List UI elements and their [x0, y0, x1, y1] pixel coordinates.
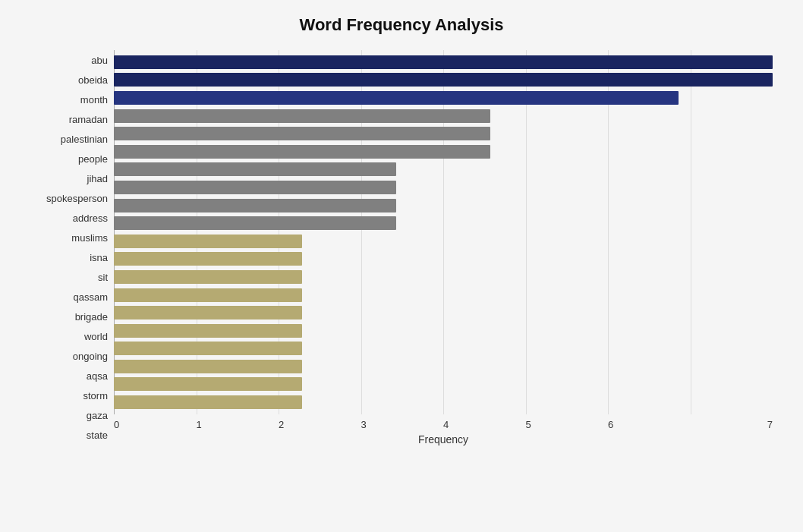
bar [114, 288, 302, 302]
x-tick: 2 [279, 419, 361, 430]
bar-row [114, 395, 773, 410]
bars-grid [114, 50, 773, 414]
bar [114, 162, 396, 176]
y-axis-labels: abuobeidamonthramadanpalestinianpeopleji… [30, 50, 114, 445]
bar-row [114, 144, 773, 159]
bar [114, 199, 396, 212]
bar [114, 73, 773, 87]
y-label: obeida [30, 75, 108, 85]
bar-row [114, 126, 773, 141]
bar-row [114, 341, 773, 356]
y-label: palestinian [30, 134, 108, 144]
bar [114, 342, 302, 355]
bar [114, 109, 490, 123]
y-label: jihad [30, 174, 108, 184]
bar [114, 270, 302, 284]
bar-row [114, 359, 773, 374]
bar-row [114, 216, 773, 231]
bar-row [114, 180, 773, 195]
bar [114, 252, 302, 266]
y-label: month [30, 95, 108, 105]
y-label: isna [30, 253, 108, 263]
y-label: ramadan [30, 115, 108, 124]
y-label: storm [30, 391, 108, 401]
bar [114, 324, 302, 338]
y-label: gaza [30, 411, 108, 420]
bar-row [114, 72, 773, 87]
bar [114, 145, 490, 159]
bar-row [114, 109, 773, 124]
y-label: abu [30, 55, 108, 65]
y-label: people [30, 154, 108, 164]
bar-row [114, 90, 773, 105]
y-label: state [30, 430, 108, 440]
y-label: address [30, 213, 108, 223]
bar-row [114, 305, 773, 320]
bar-row [114, 323, 773, 338]
x-tick: 4 [443, 419, 526, 430]
bar-row [114, 251, 773, 266]
bar [114, 377, 302, 391]
bar [114, 235, 302, 248]
bar [114, 55, 773, 69]
x-axis: 01234567 [114, 414, 773, 430]
y-label: aqsa [30, 371, 108, 381]
bar [114, 306, 302, 320]
x-tick: 1 [197, 419, 279, 430]
y-label: qassam [30, 292, 108, 302]
y-label: ongoing [30, 351, 108, 361]
y-label: muslims [30, 233, 108, 243]
y-label: spokesperson [30, 194, 108, 203]
bar-row [114, 376, 773, 392]
bars-and-x: 01234567 Frequency [114, 50, 773, 445]
x-axis-label: Frequency [114, 433, 773, 445]
bar-row [114, 198, 773, 213]
x-tick: 6 [608, 419, 691, 430]
bar [114, 395, 302, 409]
y-label: brigade [30, 312, 108, 322]
bar [114, 127, 490, 140]
x-tick: 0 [114, 419, 197, 430]
x-tick: 5 [526, 419, 609, 430]
chart-area: abuobeidamonthramadanpalestinianpeopleji… [30, 50, 773, 445]
bar-row [114, 55, 773, 70]
bar-row [114, 234, 773, 249]
bar [114, 181, 396, 194]
bar-row [114, 269, 773, 285]
bar-row [114, 162, 773, 177]
x-tick: 7 [691, 419, 773, 430]
y-label: world [30, 332, 108, 342]
chart-container: Word Frequency Analysis abuobeidamonthra… [0, 0, 803, 532]
chart-title: Word Frequency Analysis [30, 15, 773, 35]
bar-row [114, 288, 773, 303]
bar [114, 360, 302, 373]
bars-wrapper [114, 50, 773, 414]
bar [114, 216, 396, 230]
x-tick: 3 [361, 419, 444, 430]
bar [114, 91, 679, 105]
y-label: sit [30, 272, 108, 282]
